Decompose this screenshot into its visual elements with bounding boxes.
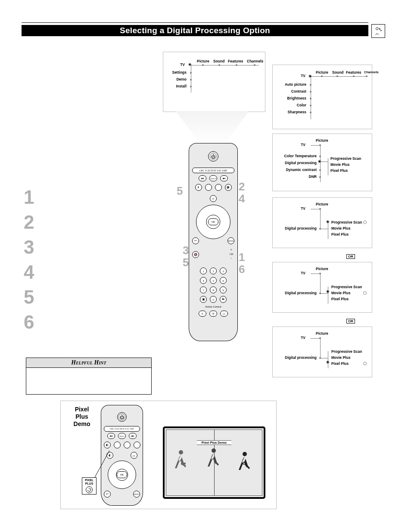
helpful-hint-box: Helpful Hint xyxy=(26,358,152,395)
runner-3-icon xyxy=(237,451,252,476)
step-5: 5 xyxy=(24,285,34,309)
callout-5b: 5 xyxy=(183,256,189,269)
runner-2-icon xyxy=(206,447,221,473)
osd-menu-5: Picture TV Digital processing Progressiv… xyxy=(272,262,372,313)
callout-3: 3 xyxy=(183,244,189,257)
callout-5a: 5 xyxy=(177,184,183,198)
or-2: OR xyxy=(346,319,355,324)
channel-rocker[interactable]: +CH- xyxy=(230,248,233,261)
num-7[interactable]: 7 xyxy=(200,286,207,293)
back-button[interactable]: ↩ xyxy=(192,237,199,244)
format-button[interactable]: ▦ xyxy=(225,184,232,191)
runner-1-icon xyxy=(173,449,189,475)
svg-point-0 xyxy=(376,28,379,30)
num-2[interactable]: 2 xyxy=(210,268,217,274)
callout-6: 6 xyxy=(239,263,245,276)
num-1[interactable]: 1 xyxy=(200,268,207,274)
swap-button[interactable]: ⇆ xyxy=(220,296,227,303)
remote-person-icon xyxy=(371,24,385,38)
title-bar: Selecting a Digital Processing Option xyxy=(22,25,368,36)
step-1: 1 xyxy=(24,185,34,209)
svg-line-2 xyxy=(95,451,109,477)
info-button[interactable]: ℹ xyxy=(195,184,202,191)
menu1-root: TV xyxy=(172,62,185,67)
demo-device-selector[interactable]: CBL VCR DVD SAT AMP xyxy=(104,426,140,432)
step-4: 4 xyxy=(24,260,34,284)
svg-point-5 xyxy=(243,452,247,456)
svg-point-3 xyxy=(179,450,183,454)
remote-control-main: ⏻ CBL VCR DVD SAT AMP ⏮ Select ⏭ ℹ ▦ cc … xyxy=(189,143,238,341)
pip-button[interactable]: ▣ xyxy=(200,296,207,303)
nav-ring[interactable]: OK xyxy=(196,205,230,239)
cc-button[interactable]: cc xyxy=(210,195,217,202)
ok-button[interactable]: OK xyxy=(208,218,218,225)
demo-power-button[interactable]: ⏻ xyxy=(117,412,127,422)
step-2: 2 xyxy=(24,210,34,234)
select-button[interactable]: Select xyxy=(209,175,217,181)
osd-menu-6: Picture TV Digital processing Progressiv… xyxy=(272,327,372,377)
red-button[interactable] xyxy=(205,184,212,191)
projector-beam xyxy=(176,111,249,146)
num-4[interactable]: 4 xyxy=(200,277,207,284)
bottom-btn-2[interactable]: ⧉ xyxy=(209,311,217,317)
osd-menu-4: Picture TV Digital processing ✳ Progress… xyxy=(272,197,372,248)
top-rule xyxy=(22,22,368,23)
callout-2: 2 xyxy=(239,180,245,193)
next-button[interactable]: ⏭ xyxy=(220,175,228,181)
power-button[interactable]: ⏻ xyxy=(208,151,218,162)
menu-button[interactable]: MENU xyxy=(227,237,234,244)
num-0[interactable]: 0 xyxy=(210,296,217,303)
pixel-plus-button[interactable]: ◐ xyxy=(104,442,111,448)
prev-button[interactable]: ⏮ xyxy=(199,175,206,181)
mute-button[interactable]: 🔇 xyxy=(192,251,199,258)
osd-menu-3: Picture TV Color Temperature Digital pro… xyxy=(272,134,372,191)
bottom-btn-3[interactable]: ▭ xyxy=(220,311,228,317)
svg-point-4 xyxy=(212,448,216,453)
pixel-plus-swirl-icon xyxy=(86,486,93,493)
green-button[interactable] xyxy=(215,184,222,191)
num-5[interactable]: 5 xyxy=(210,277,217,284)
step-numbers-column: 1 2 3 4 5 6 xyxy=(24,185,34,335)
pixel-plus-demo-title: PixelPlusDemo xyxy=(67,406,97,428)
step-6: 6 xyxy=(24,310,34,334)
device-selector[interactable]: CBL VCR DVD SAT AMP xyxy=(192,168,234,173)
num-6[interactable]: 6 xyxy=(220,277,227,284)
pixel-plus-leader xyxy=(94,448,115,478)
num-3[interactable]: 3 xyxy=(220,268,227,274)
osd-menu-1: TV ✳ Picture Sound Features Channels Set… xyxy=(163,52,265,112)
callout-4: 4 xyxy=(239,192,245,205)
pixel-plus-chip: PIXELPLUS xyxy=(82,477,97,495)
step-3: 3 xyxy=(24,235,34,259)
callout-1: 1 xyxy=(239,251,245,264)
demo-tv: Pixel Plus Demo Off On xyxy=(163,426,265,499)
or-1: OR xyxy=(346,254,355,259)
osd-menu-2: TV ✳ Picture Sound Features Channels Aut… xyxy=(272,65,372,129)
helpful-hint-header: Helpful Hint xyxy=(26,358,151,368)
num-9[interactable]: 9 xyxy=(220,286,227,293)
bottom-btn-1[interactable]: ⎚ xyxy=(199,311,206,317)
num-8[interactable]: 8 xyxy=(210,286,217,293)
page-title: Selecting a Digital Processing Option xyxy=(22,25,368,36)
